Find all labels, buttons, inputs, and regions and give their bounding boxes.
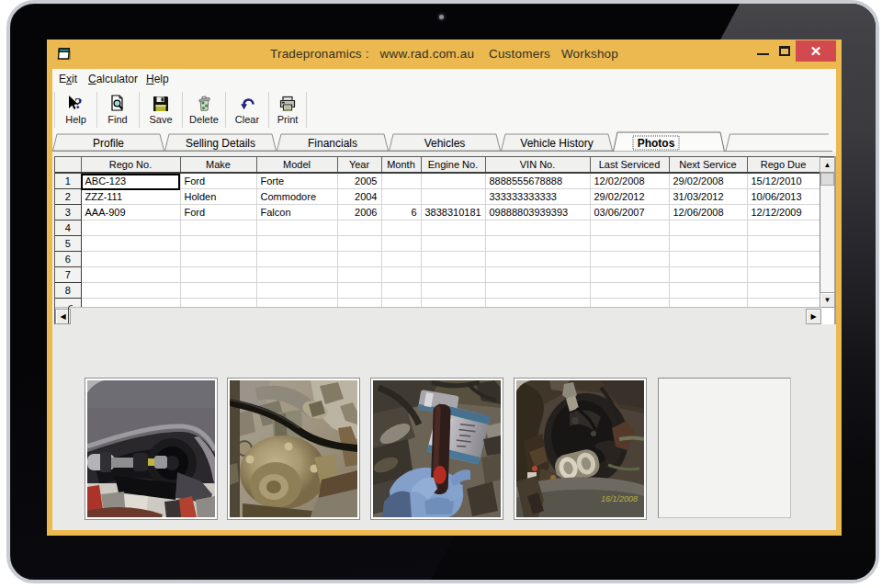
svg-text:Financials: Financials [308,137,357,150]
svg-text:Profile: Profile [93,137,124,150]
svg-text:16/1/2008: 16/1/2008 [601,494,638,503]
svg-text:Photos: Photos [638,137,675,150]
svg-text:Selling Details: Selling Details [186,137,255,150]
svg-text:?: ? [74,95,83,112]
svg-text:Vehicles: Vehicles [424,137,466,150]
svg-text:Vehicle History: Vehicle History [520,137,593,150]
